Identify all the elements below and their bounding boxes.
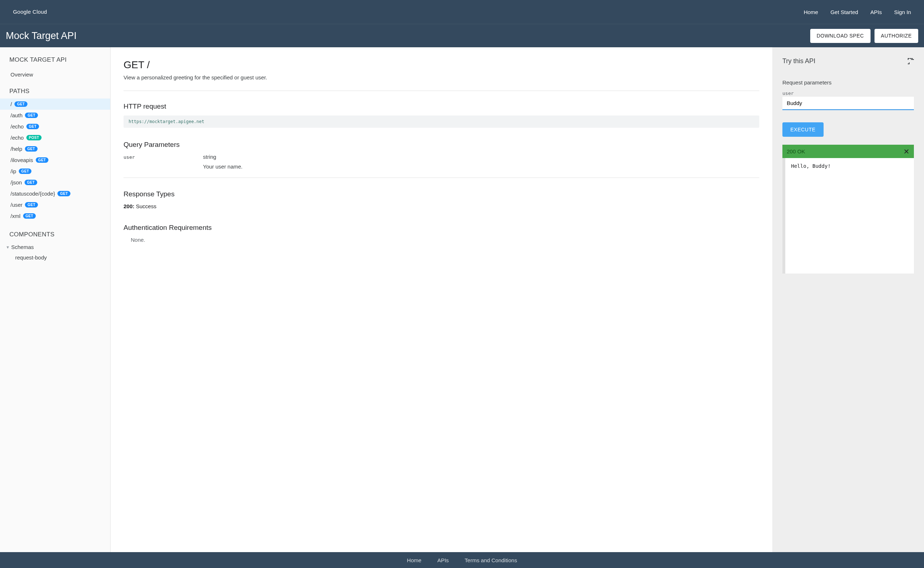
http-request-heading: HTTP request (124, 103, 759, 110)
http-url-box: https://mocktarget.apigee.net (124, 115, 759, 128)
try-panel: Try this API Request parameters user EXE… (772, 47, 924, 552)
request-params-heading: Request parameters (782, 79, 914, 86)
path-label: /help (11, 146, 23, 152)
execute-button[interactable]: EXECUTE (782, 122, 824, 137)
method-pill: POST (26, 135, 42, 140)
path-label: /xml (11, 213, 21, 219)
path-label: /json (11, 179, 22, 186)
qp-desc: Your user name. (203, 163, 243, 169)
authorize-button[interactable]: AUTHORIZE (874, 29, 918, 43)
sidebar-path-item[interactable]: /xmlGET (0, 210, 110, 222)
sidebar-paths-heading: PATHS (0, 80, 110, 98)
sidebar-path-item[interactable]: /echoPOST (0, 132, 110, 143)
method-pill: GET (25, 146, 38, 151)
sidebar-path-item[interactable]: /jsonGET (0, 177, 110, 188)
close-icon[interactable]: ✕ (903, 148, 910, 155)
top-bar: Google Cloud Home Get Started APIs Sign … (0, 0, 924, 24)
qp-type: string (203, 154, 243, 160)
footer-home[interactable]: Home (407, 557, 421, 563)
svg-text:Google Cloud: Google Cloud (13, 9, 47, 15)
response-types-heading: Response Types (124, 190, 759, 198)
user-input[interactable] (782, 97, 914, 110)
sidebar-paths-list: /GET/authGET/echoGET/echoPOST/helpGET/il… (0, 98, 110, 224)
schemas-label: Schemas (11, 244, 34, 250)
sidebar-path-item[interactable]: /GET (0, 98, 110, 110)
method-pill: GET (58, 191, 70, 196)
subheader-actions: DOWNLOAD SPEC AUTHORIZE (810, 29, 918, 43)
path-label: /iloveapis (11, 157, 33, 163)
sidebar-schemas-toggle[interactable]: ▼ Schemas (0, 242, 110, 252)
nav-sign-in[interactable]: Sign In (894, 9, 911, 15)
query-params-table: user string Your user name. (124, 154, 759, 178)
sidebar-path-item[interactable]: /echoGET (0, 121, 110, 132)
auth-body: None. (124, 237, 759, 243)
endpoint-description: View a personalized greeting for the spe… (124, 74, 759, 91)
expand-icon[interactable] (908, 58, 914, 64)
user-field-label: user (782, 91, 914, 96)
sidebar-schema-item[interactable]: request-body (0, 252, 110, 263)
query-params-heading: Query Parameters (124, 141, 759, 149)
qp-name: user (124, 154, 181, 169)
sub-header: Mock Target API DOWNLOAD SPEC AUTHORIZE (0, 24, 924, 47)
response-code: 200: (124, 203, 134, 209)
method-pill: GET (14, 101, 27, 107)
top-nav: Home Get Started APIs Sign In (804, 9, 911, 15)
sidebar-overview[interactable]: Overview (0, 69, 110, 80)
path-label: /ip (11, 168, 16, 174)
path-label: /echo (11, 124, 24, 130)
endpoint-title: GET / (124, 59, 759, 71)
response-type-line: 200: Success (124, 203, 759, 209)
sidebar-components-heading: COMPONENTS (0, 224, 110, 242)
nav-home[interactable]: Home (804, 9, 818, 15)
logo[interactable]: Google Cloud (13, 9, 53, 15)
path-label: / (11, 101, 12, 107)
page-title: Mock Target API (6, 30, 77, 41)
google-cloud-logo-icon: Google Cloud (13, 9, 53, 15)
nav-get-started[interactable]: Get Started (830, 9, 858, 15)
method-pill: GET (25, 113, 38, 118)
sidebar-path-item[interactable]: /helpGET (0, 143, 110, 154)
method-pill: GET (23, 213, 36, 219)
path-label: /statuscode/{code} (11, 190, 55, 197)
auth-req-heading: Authentication Requirements (124, 224, 759, 232)
sidebar-path-item[interactable]: /ipGET (0, 166, 110, 177)
response-body: Hello, Buddy! (782, 158, 914, 273)
download-spec-button[interactable]: DOWNLOAD SPEC (810, 29, 871, 43)
method-pill: GET (19, 169, 32, 174)
response-text: Success (134, 203, 156, 209)
sidebar-api-title: MOCK TARGET API (0, 56, 110, 69)
sidebar: MOCK TARGET API Overview PATHS /GET/auth… (0, 47, 111, 552)
path-label: /auth (11, 112, 23, 118)
try-title: Try this API (782, 57, 815, 65)
method-pill: GET (26, 124, 39, 129)
nav-apis[interactable]: APIs (871, 9, 882, 15)
response-status-text: 200 OK (787, 148, 805, 154)
sidebar-path-item[interactable]: /iloveapisGET (0, 154, 110, 166)
method-pill: GET (36, 157, 48, 163)
path-label: /echo (11, 134, 24, 141)
footer-terms[interactable]: Terms and Conditions (465, 557, 517, 563)
footer: Home APIs Terms and Conditions (0, 552, 924, 568)
sidebar-path-item[interactable]: /authGET (0, 110, 110, 121)
method-pill: GET (24, 180, 37, 185)
method-pill: GET (25, 202, 38, 207)
sidebar-path-item[interactable]: /statuscode/{code}GET (0, 188, 110, 199)
path-label: /user (11, 202, 23, 208)
response-status-bar: 200 OK ✕ (782, 145, 914, 158)
main-content: GET / View a personalized greeting for t… (111, 47, 772, 552)
chevron-down-icon: ▼ (6, 245, 9, 249)
footer-apis[interactable]: APIs (438, 557, 449, 563)
sidebar-path-item[interactable]: /userGET (0, 199, 110, 210)
